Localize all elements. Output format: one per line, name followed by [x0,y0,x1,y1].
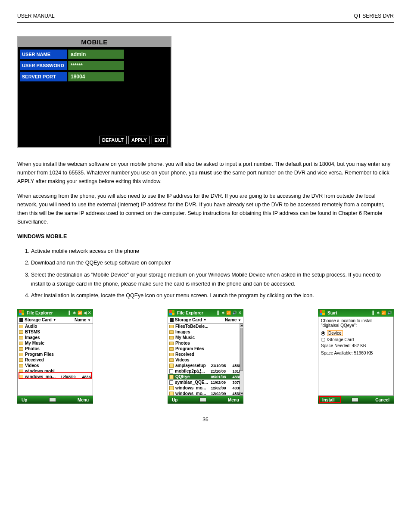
folder-icon [19,347,23,351]
item-date: 11/02/09 [211,380,229,385]
item-name: symbian_QQE... [175,380,209,385]
list-item[interactable]: windows_mo...12/02/09483K [168,391,243,396]
list-item[interactable]: Videos [168,357,243,363]
volume-icon: ◀ [84,311,87,315]
list-item[interactable]: Received [18,357,93,363]
list-item: After installation is complete, locate t… [31,291,394,300]
wm-install-body: Choose a location to install "digitalsai… [318,317,394,396]
up-button[interactable]: Up [172,398,177,402]
folder-icon [169,358,174,362]
keyboard-icon[interactable] [49,398,56,402]
page-number: 36 [17,417,394,423]
list-item[interactable]: Audio [18,324,93,329]
sd-card-icon [170,318,174,322]
folder-icon [169,347,174,351]
cancel-button[interactable]: Cancel [375,398,389,402]
install-button[interactable]: Install [322,398,335,402]
scroll-down-arrow[interactable]: ▼ [240,392,243,395]
cab-file-icon [169,375,174,379]
list-item[interactable]: BTSMS [18,329,93,335]
install-prompt: Choose a location to install "digitalsai… [321,318,391,328]
wm-bottombar: Install Cancel [318,396,394,404]
list-item[interactable]: symbian_QQE...11/02/09307K [168,380,243,385]
space-available: Space Available: 51960 KB [321,351,391,355]
menu-button[interactable]: Menu [78,398,89,402]
default-button[interactable]: DEFAULT [99,136,127,144]
sort-dropdown[interactable]: Name ▼ [225,317,241,322]
radio-storage-card[interactable]: \Storage Card [321,337,391,342]
folder-icon [19,342,23,345]
scroll-thumb[interactable] [240,328,243,371]
folder-icon [169,336,174,339]
folder-icon [19,364,23,367]
list-item[interactable]: Videos [18,363,93,368]
list-item[interactable]: windows_mo...12/02/09483K [168,385,243,391]
list-item: Download and run the QQEye setup softwar… [31,258,394,268]
list-item[interactable]: amplayersetup21/10/08486K [168,363,243,368]
folder-icon [19,358,23,362]
list-item[interactable]: mobilep2på,¦...21/10/08181K [168,368,243,374]
list-item[interactable]: QQEye05/01/08483K [168,374,243,380]
heading-windows-mobile: WINDOWS MOBILE [17,232,394,241]
windows-flag-icon [169,310,174,315]
signal-icon: ▌ [218,311,220,315]
list-item[interactable]: Photos [18,346,93,352]
folder-icon [169,342,174,345]
wm-file-list[interactable]: FilesToBeDele...ImagesMy MusicPhotosProg… [168,324,243,396]
radio-label-storage: \Storage Card [327,337,354,342]
radio-icon [321,331,325,336]
password-label: USER PASSWORD [20,61,67,70]
username-input[interactable] [68,50,124,59]
keyboard-icon[interactable] [352,398,358,402]
chevron-down-icon: ▼ [203,318,207,322]
list-item[interactable]: Program Files [18,352,93,357]
server-port-input[interactable] [68,72,124,81]
list-item[interactable]: Program Files [168,346,243,352]
scrollbar[interactable]: ▲ ▼ [240,324,243,395]
list-item[interactable]: Images [168,329,243,335]
item-name: My Music [25,341,62,345]
sort-dropdown[interactable]: Name ▼ [75,317,91,322]
item-name: FilesToBeDele... [175,324,212,329]
windows-flag-icon [19,310,24,315]
list-item[interactable]: My Music [18,340,93,346]
password-input[interactable] [68,61,124,70]
file-icon [169,380,173,385]
header-rule [17,22,394,23]
volume-icon: 🔊 [387,311,392,315]
wm-tray: ▌ ∗ 📶 🔊 ✕ [218,311,242,315]
radio-label-device: Device [327,330,343,336]
wm-titlebar: File Explorer ▌ ∗ 📶 🔊 ✕ [168,309,243,317]
list-item[interactable]: Received [168,352,243,357]
list-item[interactable]: windows mobi... [18,368,93,374]
list-item[interactable]: Images [18,335,93,340]
apply-button[interactable]: APPLY [128,136,150,144]
item-date: 05/01/08 [211,375,229,379]
item-name: Photos [175,341,212,345]
radio-device[interactable]: Device [321,330,391,336]
list-item[interactable]: Photos [168,340,243,346]
screenshot-install-location: Start ▌ ∗ 📶 🔊 Choose a location to insta… [318,309,394,404]
item-name: Videos [25,363,62,368]
storage-dropdown[interactable]: Storage Card ▼ [170,317,207,322]
bt-icon: ∗ [73,311,76,315]
keyboard-icon[interactable] [199,398,206,402]
close-icon[interactable]: ✕ [238,311,242,315]
exit-button[interactable]: EXIT [152,136,168,144]
scroll-up-arrow[interactable]: ▲ [240,324,243,327]
sd-card-icon [19,318,23,322]
wm-file-list[interactable]: AudioBTSMSImagesMy MusicPhotosProgram Fi… [17,324,93,396]
list-item[interactable]: My Music [168,335,243,340]
close-icon[interactable]: ✕ [88,311,91,315]
menu-button[interactable]: Menu [228,398,239,402]
wm-subbar: Storage Card ▼ Name ▼ [17,317,93,324]
up-button[interactable]: Up [22,398,27,402]
cab-file-icon [169,364,174,368]
item-name: windows mobi... [25,369,62,373]
screenshots-row: File Explorer ▌ ∗ 📶 ◀ ✕ Storage Card ▼ N… [17,309,394,404]
list-item[interactable]: windows_mo...12/02/09483K [18,374,93,380]
storage-dropdown[interactable]: Storage Card ▼ [19,317,56,322]
item-date: 21/10/08 [211,369,229,373]
screenshot-file-explorer-2: File Explorer ▌ ∗ 📶 🔊 ✕ Storage Card ▼ N… [168,309,243,404]
list-item[interactable]: FilesToBeDele... [168,324,243,329]
